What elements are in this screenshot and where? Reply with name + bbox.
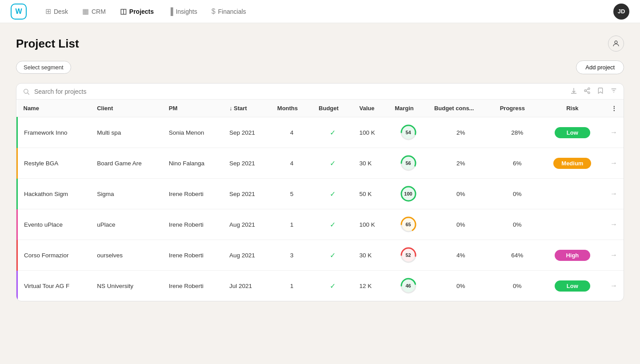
table-actions bbox=[570, 87, 617, 96]
margin-value: 65 bbox=[405, 222, 411, 227]
svg-point-6 bbox=[588, 92, 590, 94]
add-project-button[interactable]: Add project bbox=[576, 60, 624, 74]
filter-icon[interactable] bbox=[610, 87, 617, 96]
cell-arrow[interactable]: → bbox=[604, 117, 624, 148]
bookmark-icon[interactable] bbox=[597, 87, 604, 96]
row-arrow-icon[interactable]: → bbox=[610, 251, 617, 259]
cell-pm: Nino Falanga bbox=[163, 148, 223, 179]
cell-months: 4 bbox=[271, 148, 312, 179]
cell-client: uPlace bbox=[91, 209, 163, 240]
cell-arrow[interactable]: → bbox=[604, 271, 624, 301]
cell-budget-cons: 0% bbox=[428, 209, 494, 240]
budget-check-icon: ✓ bbox=[330, 221, 336, 228]
search-input[interactable] bbox=[34, 88, 566, 95]
financials-nav-icon: $ bbox=[212, 8, 216, 16]
nav-item-projects[interactable]: ◫Projects bbox=[114, 4, 160, 18]
col-value: Value bbox=[353, 100, 389, 117]
cell-margin: 52 bbox=[388, 240, 428, 271]
cell-months: 1 bbox=[271, 209, 312, 240]
nav-item-crm[interactable]: ▦CRM bbox=[76, 4, 112, 18]
cell-budget: ✓ bbox=[312, 117, 353, 148]
cell-arrow[interactable]: → bbox=[604, 240, 624, 271]
user-avatar[interactable]: JD bbox=[613, 4, 629, 20]
cell-progress: 6% bbox=[494, 148, 541, 179]
cell-value: 12 K bbox=[353, 271, 389, 301]
row-arrow-icon[interactable]: → bbox=[610, 220, 617, 228]
col-months: Months bbox=[271, 100, 312, 117]
svg-line-8 bbox=[586, 89, 588, 90]
cell-margin: 65 bbox=[388, 209, 428, 240]
cell-budget: ✓ bbox=[312, 148, 353, 179]
page-title: Project List bbox=[16, 37, 79, 51]
cell-risk: Medium bbox=[541, 148, 604, 179]
search-icon bbox=[23, 88, 30, 95]
nav-label-financials: Financials bbox=[218, 8, 246, 15]
margin-circle: 65 bbox=[400, 216, 417, 233]
table-search-row bbox=[16, 84, 624, 100]
cell-margin: 100 bbox=[388, 179, 428, 209]
projects-table: Name Client PM ↓ Start Months Budget Val… bbox=[16, 100, 624, 301]
share-icon[interactable] bbox=[584, 87, 591, 96]
cell-progress: 0% bbox=[494, 209, 541, 240]
profile-icon-button[interactable] bbox=[608, 36, 624, 52]
nav-item-desk[interactable]: ⊞Desk bbox=[39, 4, 74, 18]
margin-value: 54 bbox=[405, 130, 411, 135]
row-arrow-icon[interactable]: → bbox=[610, 190, 617, 197]
download-icon[interactable] bbox=[570, 87, 577, 96]
cell-arrow[interactable]: → bbox=[604, 179, 624, 209]
margin-circle: 54 bbox=[400, 124, 417, 141]
cell-months: 3 bbox=[271, 240, 312, 271]
cell-start: Aug 2021 bbox=[223, 240, 271, 271]
cell-risk: Low bbox=[541, 271, 604, 301]
margin-circle: 52 bbox=[400, 246, 417, 264]
svg-line-7 bbox=[586, 91, 588, 92]
cell-value: 30 K bbox=[353, 148, 389, 179]
risk-badge: Medium bbox=[553, 158, 591, 169]
row-arrow-icon[interactable]: → bbox=[610, 282, 617, 289]
cell-pm: Sonia Menon bbox=[163, 117, 223, 148]
cell-value: 100 K bbox=[353, 117, 389, 148]
table-header: Name Client PM ↓ Start Months Budget Val… bbox=[17, 100, 624, 117]
cell-arrow[interactable]: → bbox=[604, 209, 624, 240]
cell-name: Restyle BGA bbox=[17, 148, 91, 179]
svg-point-5 bbox=[584, 90, 586, 92]
nav-item-financials[interactable]: $Financials bbox=[205, 5, 252, 18]
desk-nav-icon: ⊞ bbox=[45, 7, 51, 16]
cell-progress: 0% bbox=[494, 271, 541, 301]
cell-budget-cons: 0% bbox=[428, 271, 494, 301]
table-row: Restyle BGA Board Game Are Nino Falanga … bbox=[17, 148, 624, 179]
col-progress: Progress bbox=[494, 100, 541, 117]
svg-point-4 bbox=[588, 88, 590, 89]
col-start[interactable]: ↓ Start bbox=[223, 100, 271, 117]
cell-months: 1 bbox=[271, 271, 312, 301]
cell-risk bbox=[541, 179, 604, 209]
nav-item-insights[interactable]: ▐Insights bbox=[162, 5, 204, 18]
col-budget-cons: Budget cons... bbox=[428, 100, 494, 117]
col-name: Name bbox=[17, 100, 91, 117]
table-row: Hackathon Sigm Sigma Irene Roberti Sep 2… bbox=[17, 179, 624, 209]
row-arrow-icon[interactable]: → bbox=[610, 128, 617, 136]
cell-risk: Low bbox=[541, 117, 604, 148]
risk-badge: Low bbox=[555, 127, 590, 138]
projects-nav-icon: ◫ bbox=[120, 7, 127, 16]
nav-items: ⊞Desk▦CRM◫Projects▐Insights$Financials bbox=[39, 4, 613, 18]
cell-pm: Irene Roberti bbox=[163, 271, 223, 301]
row-arrow-icon[interactable]: → bbox=[610, 159, 617, 167]
svg-point-0 bbox=[615, 41, 617, 44]
cell-months: 5 bbox=[271, 179, 312, 209]
cell-client: ourselves bbox=[91, 240, 163, 271]
cell-budget: ✓ bbox=[312, 240, 353, 271]
cell-arrow[interactable]: → bbox=[604, 148, 624, 179]
margin-circle: 46 bbox=[400, 277, 417, 295]
cell-client: Board Game Are bbox=[91, 148, 163, 179]
select-segment-button[interactable]: Select segment bbox=[16, 61, 71, 74]
cell-value: 100 K bbox=[353, 209, 389, 240]
app-logo[interactable]: W bbox=[11, 4, 27, 20]
budget-check-icon: ✓ bbox=[330, 190, 336, 198]
cell-client: NS University bbox=[91, 271, 163, 301]
col-risk: Risk bbox=[541, 100, 604, 117]
cell-start: Aug 2021 bbox=[223, 209, 271, 240]
table-body: Framework Inno Multi spa Sonia Menon Sep… bbox=[17, 117, 624, 301]
budget-check-icon: ✓ bbox=[330, 282, 336, 290]
cell-name: Hackathon Sigm bbox=[17, 179, 91, 209]
